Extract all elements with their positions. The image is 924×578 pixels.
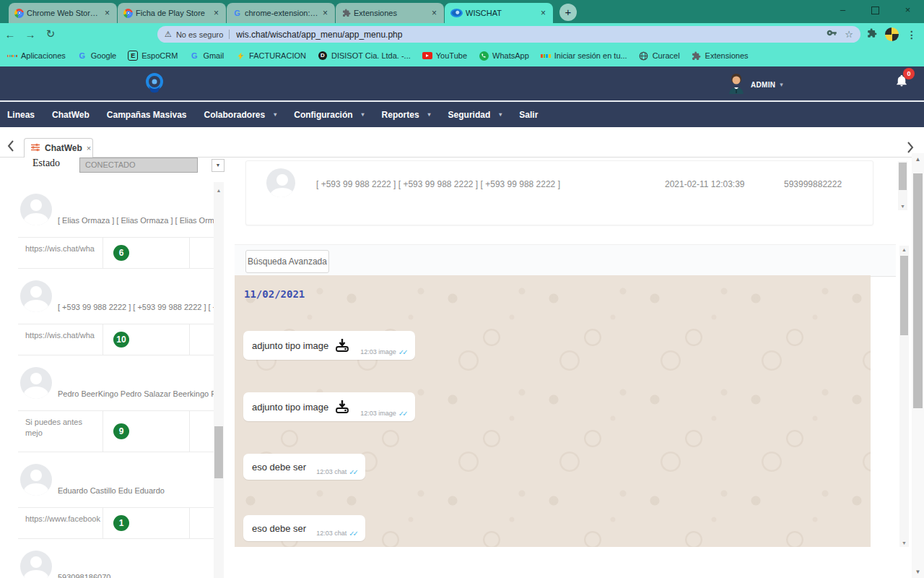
tab-close-icon[interactable]: ×: [212, 8, 220, 18]
password-key-icon[interactable]: [827, 27, 837, 41]
notifications-bell[interactable]: 0: [895, 74, 908, 91]
nav-item-chatweb[interactable]: ChatWeb: [52, 110, 90, 120]
download-attachment-icon[interactable]: [334, 400, 350, 414]
nav-item-seguridad[interactable]: Seguridad▾: [448, 110, 502, 120]
nav-item-colaboradores[interactable]: Colaboradores▾: [204, 110, 277, 120]
chat-message-bubble[interactable]: adjunto tipo image 12:03 image ✓✓: [243, 392, 415, 421]
url-text[interactable]: wis.chat/wischat/app_menu/app_menu.php: [236, 30, 827, 40]
contact-item[interactable]: [ Elias Ormaza ] [ Elias Ormaza ] [ Elia…: [18, 194, 214, 269]
contact-item[interactable]: Eduardo Castillo Edu Eduardo https://www…: [18, 464, 214, 539]
scroll-up-arrow-icon[interactable]: ▲: [912, 156, 924, 163]
browser-tab-3[interactable]: G chrome-extension:// - Google Se ×: [227, 3, 335, 23]
back-button[interactable]: ←: [0, 28, 20, 40]
scrollbar-thumb[interactable]: [899, 163, 907, 190]
tab-title: Chrome Web Store - Acuerdo pa: [27, 9, 100, 17]
read-receipt-icon: ✓✓: [349, 530, 357, 541]
message-text: adjunto tipo image: [252, 402, 328, 413]
security-label: No es seguro: [176, 30, 223, 39]
browser-tab-2[interactable]: Ficha de Play Store ×: [118, 3, 226, 23]
conversation-timestamp: 2021-02-11 12:03:39: [665, 179, 745, 189]
estado-dropdown-button[interactable]: ▼: [212, 159, 225, 172]
chat-scrollbar[interactable]: ▲ ▼: [899, 246, 909, 547]
chevron-down-icon: ▾: [274, 111, 276, 118]
forward-button[interactable]: →: [20, 28, 40, 40]
chat-message-bubble[interactable]: eso debe ser 12:03 chat ✓✓: [243, 454, 365, 480]
nav-item-configuracion[interactable]: Configuración▾: [294, 110, 364, 120]
inner-tab-chatweb[interactable]: ChatWeb ×: [24, 138, 93, 158]
bookmark-aplicaciones[interactable]: Aplicaciones: [7, 51, 66, 61]
bookmark-label: EspoCRM: [141, 51, 178, 60]
scrollbar-thumb[interactable]: [913, 173, 923, 408]
extensions-puzzle-icon[interactable]: [867, 28, 877, 41]
scroll-up-arrow-icon[interactable]: ▲: [214, 188, 224, 193]
page-scrollbar[interactable]: ▲ ▼: [912, 153, 924, 578]
window-minimize-button[interactable]: –: [827, 0, 859, 22]
browser-profile-avatar[interactable]: [885, 27, 899, 41]
apps-grid-icon: [7, 51, 17, 61]
bookmark-star-icon[interactable]: ☆: [845, 29, 853, 40]
scrollbar-thumb[interactable]: [900, 256, 908, 335]
bookmark-label: Extensiones: [705, 51, 749, 60]
message-type: chat: [334, 468, 346, 475]
omnibox-divider: [229, 30, 230, 39]
nav-item-campanas-masivas[interactable]: Campañas Masivas: [107, 110, 187, 120]
estado-value-field[interactable]: CONECTADO: [79, 158, 198, 173]
scroll-down-arrow-icon[interactable]: ▼: [899, 540, 909, 545]
browser-tab-active-wischat[interactable]: WISCHAT ×: [445, 3, 553, 23]
nav-item-lineas[interactable]: Lineas: [7, 110, 35, 120]
bookmark-label: WhatsApp: [492, 51, 529, 60]
tab-close-icon[interactable]: ×: [539, 8, 547, 18]
new-tab-button[interactable]: +: [559, 4, 577, 21]
address-bar[interactable]: ⚠ No es seguro wis.chat/wischat/app_menu…: [157, 26, 860, 43]
scroll-up-arrow-icon[interactable]: ▲: [899, 247, 909, 252]
scroll-down-arrow-icon[interactable]: ▼: [898, 204, 907, 209]
contact-item[interactable]: [ +593 99 988 2222 ] [ +593 99 988 2222 …: [18, 280, 214, 355]
bookmark-iniciar-sesion[interactable]: Iniciar sesión en tu...: [541, 51, 627, 61]
bookmark-curacel[interactable]: Curacel: [639, 51, 680, 61]
bookmark-disisot[interactable]: D DISISOT Cia. Ltda. -...: [318, 51, 411, 61]
browser-menu-icon[interactable]: ⋮: [907, 29, 917, 40]
contact-item[interactable]: 593098186070: [18, 551, 214, 578]
contact-last-message: https://www.facebook: [18, 508, 103, 538]
bookmark-gmail[interactable]: G Gmail: [189, 51, 224, 61]
contact-avatar: [20, 367, 52, 399]
tab-close-icon[interactable]: ×: [430, 8, 438, 18]
browser-tab-strip: Chrome Web Store - Acuerdo pa × Ficha de…: [0, 0, 924, 23]
bookmark-facturacion[interactable]: FACTURACION: [235, 51, 306, 61]
conversation-header-scrollbar[interactable]: ▼: [898, 161, 907, 210]
conversation-phone: 593999882222: [784, 179, 842, 189]
tab-close-icon[interactable]: ×: [321, 8, 329, 18]
nav-item-salir[interactable]: Salir: [519, 110, 538, 120]
bookmark-whatsapp[interactable]: WhatsApp: [479, 51, 529, 61]
nav-item-reportes[interactable]: Reportes▾: [382, 110, 431, 120]
inner-tab-close-icon[interactable]: ×: [87, 144, 91, 152]
chat-message-bubble[interactable]: adjunto tipo image 12:03 image ✓✓: [243, 331, 415, 360]
contact-avatar: [20, 551, 52, 578]
espocrm-icon: E: [128, 51, 138, 61]
scrollbar-thumb[interactable]: [214, 426, 223, 478]
tab-title: Extensiones: [354, 9, 427, 17]
admin-user-menu[interactable]: ADMIN ▾: [728, 72, 783, 97]
download-attachment-icon[interactable]: [334, 338, 350, 353]
bookmark-google[interactable]: G Google: [77, 51, 116, 61]
contact-list: [ Elias Ormaza ] [ Elias Ormaza ] [ Elia…: [18, 181, 214, 578]
unread-count-badge: 9: [113, 423, 129, 439]
browser-tab-1[interactable]: Chrome Web Store - Acuerdo pa ×: [9, 3, 117, 23]
bookmark-espocrm[interactable]: E EspoCRM: [128, 51, 178, 61]
browser-tab-4[interactable]: Extensiones ×: [336, 3, 444, 23]
advanced-search-button[interactable]: Búsqueda Avanzada: [245, 250, 329, 273]
chat-message-bubble[interactable]: eso debe ser 12:03 chat ✓✓: [243, 515, 365, 541]
window-close-button[interactable]: ×: [892, 0, 924, 22]
bookmark-extensiones[interactable]: Extensiones: [692, 51, 749, 61]
wischat-logo-icon: [144, 72, 165, 99]
chrome-icon: [14, 9, 24, 18]
bookmark-youtube[interactable]: YouTube: [422, 51, 467, 61]
tab-close-icon[interactable]: ×: [103, 8, 111, 18]
scroll-tabs-left-chevron[interactable]: [6, 139, 19, 155]
browser-toolbar: ← → ↻ ⚠ No es seguro wis.chat/wischat/ap…: [0, 23, 924, 45]
contact-item[interactable]: Pedro BeerKingo Pedro Salazar Beerkingo …: [18, 367, 214, 452]
window-restore-button[interactable]: [859, 0, 892, 22]
scroll-down-arrow-icon[interactable]: ▼: [912, 569, 924, 575]
reload-button[interactable]: ↻: [40, 27, 61, 40]
contacts-scrollbar[interactable]: ▲: [214, 182, 224, 578]
